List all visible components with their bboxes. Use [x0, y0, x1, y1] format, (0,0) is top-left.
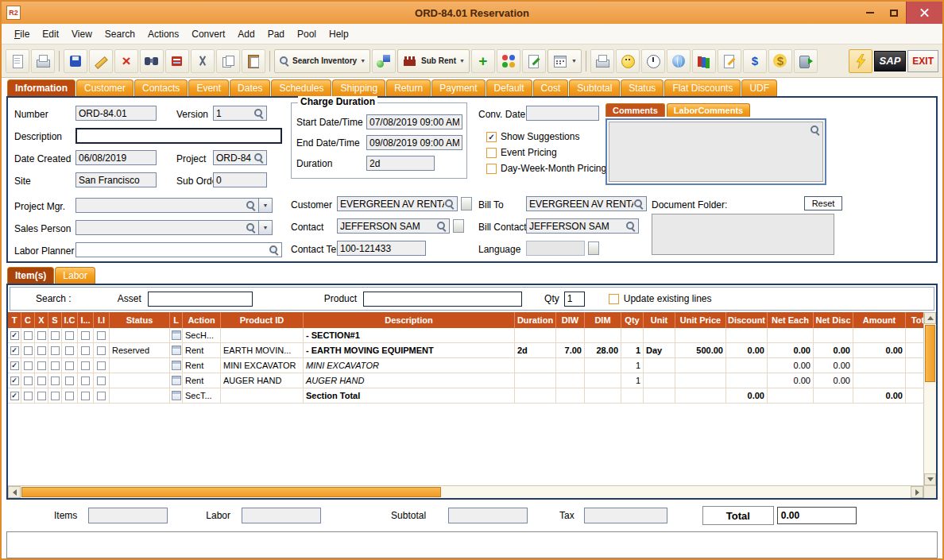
- row-checkbox-t[interactable]: [10, 331, 19, 340]
- tab-schedules[interactable]: Schedules: [271, 79, 331, 96]
- row-checkbox-s[interactable]: [51, 346, 60, 355]
- sap-button[interactable]: SAP: [874, 51, 907, 71]
- vertical-scroll-thumb[interactable]: [925, 325, 935, 382]
- end-datetime-field[interactable]: 09/08/2019 09:00 AM: [366, 135, 462, 150]
- row-checkbox-ii[interactable]: [97, 392, 106, 400]
- comments-textarea[interactable]: [609, 122, 823, 182]
- language-detail-button[interactable]: [588, 241, 599, 255]
- shapes-button[interactable]: [372, 49, 396, 73]
- row-checkbox-ic[interactable]: [65, 331, 74, 340]
- row-checkbox-x[interactable]: [37, 361, 46, 370]
- edit-page-button[interactable]: [718, 49, 741, 73]
- column-header-duration[interactable]: Duration: [515, 312, 556, 328]
- row-checkbox-s[interactable]: [51, 392, 60, 400]
- smiley-button[interactable]: [616, 49, 640, 73]
- column-header-tot[interactable]: Tot...: [906, 312, 923, 328]
- column-header-unit[interactable]: Unit: [644, 312, 675, 328]
- customer-field[interactable]: EVERGREEN AV RENTAL: [337, 196, 458, 211]
- bill-to-field[interactable]: EVERGREEN AV RENTAL: [526, 196, 647, 211]
- quick-launch-button[interactable]: [849, 49, 872, 73]
- row-checkbox-idot[interactable]: [81, 361, 90, 370]
- table-row[interactable]: SecH...- SECTION#1: [8, 328, 923, 343]
- row-checkbox-idot[interactable]: [81, 377, 90, 385]
- row-checkbox-x[interactable]: [37, 346, 46, 355]
- print-document-button[interactable]: [590, 49, 614, 73]
- column-header-net_disc[interactable]: Net Disc: [814, 312, 853, 328]
- search-icon[interactable]: [633, 199, 644, 209]
- checkbox-icon[interactable]: [486, 132, 497, 142]
- column-header-discount[interactable]: Discount: [726, 312, 768, 328]
- close-button[interactable]: [906, 2, 942, 24]
- column-header-product_id[interactable]: Product ID: [221, 312, 304, 328]
- row-checkbox-idot[interactable]: [81, 346, 90, 355]
- find-button[interactable]: [140, 49, 164, 73]
- row-checkbox-t[interactable]: [10, 346, 19, 355]
- row-checkbox-idot[interactable]: [81, 331, 90, 340]
- export-transfer-button[interactable]: [165, 49, 189, 73]
- menu-help[interactable]: Help: [323, 26, 355, 42]
- table-row[interactable]: RentAUGER HANDAUGER HAND10.000.00: [8, 373, 923, 388]
- row-checkbox-t[interactable]: [10, 392, 19, 400]
- delete-button[interactable]: ×: [114, 49, 138, 73]
- search-inventory-button[interactable]: Search Inventory ▼: [274, 49, 370, 73]
- tab-event[interactable]: Event: [188, 79, 229, 96]
- grid-view-button[interactable]: ▼: [547, 49, 582, 73]
- column-header-description[interactable]: Description: [304, 312, 515, 328]
- line-detail-icon[interactable]: [172, 346, 181, 355]
- menu-pad[interactable]: Pad: [261, 26, 291, 42]
- chevron-down-icon[interactable]: ▼: [259, 220, 273, 235]
- print-button[interactable]: [31, 49, 55, 73]
- search-icon[interactable]: [253, 153, 264, 163]
- menu-view[interactable]: View: [65, 26, 99, 42]
- column-header-status[interactable]: Status: [110, 312, 170, 328]
- web-button[interactable]: [667, 49, 691, 73]
- column-header-net_each[interactable]: Net Each: [768, 312, 814, 328]
- row-checkbox-ii[interactable]: [97, 346, 106, 355]
- row-checkbox-ii[interactable]: [97, 377, 106, 385]
- tab-udf[interactable]: UDF: [741, 79, 777, 96]
- product-input[interactable]: [363, 292, 522, 307]
- edit-button[interactable]: [89, 49, 113, 73]
- tab-default[interactable]: Default: [486, 79, 532, 96]
- column-header-s[interactable]: S: [48, 312, 62, 328]
- tab-labor-comments[interactable]: LaborComments: [667, 103, 750, 117]
- titlebar[interactable]: R2 ORD-84.01 Reservation: [2, 2, 942, 24]
- chevron-down-icon[interactable]: ▼: [571, 58, 577, 64]
- project-mgr-field[interactable]: [75, 198, 259, 213]
- date-created-field[interactable]: 06/08/2019: [75, 150, 157, 165]
- search-icon[interactable]: [253, 108, 264, 118]
- row-checkbox-x[interactable]: [37, 331, 46, 340]
- copy-button[interactable]: [216, 49, 240, 73]
- scroll-up-button[interactable]: [924, 312, 936, 324]
- menu-convert[interactable]: Convert: [185, 26, 231, 42]
- search-icon[interactable]: [269, 245, 279, 255]
- checkbox-icon[interactable]: [486, 164, 497, 174]
- tab-information[interactable]: Information: [7, 79, 75, 96]
- row-checkbox-c[interactable]: [24, 346, 33, 355]
- project-mgr-combo[interactable]: ▼: [75, 198, 273, 213]
- sales-person-combo[interactable]: ▼: [75, 220, 273, 235]
- update-existing-checkbox[interactable]: [609, 294, 619, 304]
- chevron-down-icon[interactable]: ▼: [259, 198, 273, 213]
- table-row[interactable]: RentMINI EXCAVATORMINI EXCAVATOR10.000.0…: [8, 358, 923, 373]
- exit-button[interactable]: EXIT: [907, 50, 938, 72]
- chevron-down-icon[interactable]: ▼: [459, 58, 465, 64]
- column-header-dim[interactable]: DIM: [585, 312, 621, 328]
- menu-file[interactable]: File: [8, 26, 36, 42]
- column-header-ic[interactable]: I.C: [62, 312, 78, 328]
- menu-search[interactable]: Search: [99, 26, 141, 42]
- contact-tel-field[interactable]: 100-121433: [337, 241, 426, 256]
- row-checkbox-t[interactable]: [10, 377, 19, 385]
- horizontal-scrollbar[interactable]: [8, 485, 936, 498]
- row-checkbox-s[interactable]: [51, 377, 60, 385]
- menu-pool[interactable]: Pool: [291, 26, 323, 42]
- qty-input[interactable]: 1: [564, 292, 585, 307]
- asset-input[interactable]: [148, 292, 253, 307]
- column-header-c[interactable]: C: [21, 312, 35, 328]
- version-field[interactable]: 1: [213, 106, 267, 121]
- site-field[interactable]: San Francisco: [75, 172, 157, 187]
- tab-contacts[interactable]: Contacts: [134, 79, 188, 96]
- cut-button[interactable]: [191, 49, 215, 73]
- sub-orders-field[interactable]: 0: [213, 172, 267, 187]
- day-week-month-checkbox[interactable]: Day-Week-Month Pricing: [486, 163, 606, 174]
